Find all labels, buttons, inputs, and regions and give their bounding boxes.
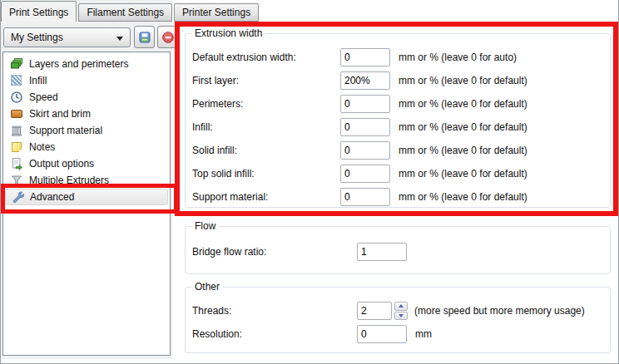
field-label: First layer:: [192, 75, 340, 86]
sidebar-item-label: Output options: [29, 158, 94, 170]
row-bridge-flow-ratio: Bridge flow ratio:: [186, 240, 610, 263]
main-panel: Extrusion width Default extrusion width:…: [172, 0, 619, 359]
floppy-disk-icon: [138, 31, 151, 44]
arrow-up-icon: [399, 304, 404, 307]
tab-print-settings[interactable]: Print Settings: [1, 1, 77, 22]
settings-category-list: Layers and perimeters Infill Speed Skirt…: [2, 52, 171, 356]
sidebar-item-label: Advanced: [30, 191, 74, 203]
layers-icon: [10, 57, 23, 71]
default-extrusion-width-input[interactable]: [340, 48, 390, 66]
field-hint: mm or % (leave 0 for default): [399, 121, 527, 133]
group-flow: Flow Bridge flow ratio:: [185, 226, 611, 274]
preset-selected-value: My Settings: [11, 32, 63, 43]
sidebar-item-output-options[interactable]: Output options: [5, 155, 168, 172]
field-label: Top solid infill:: [192, 168, 340, 180]
sidebar-item-infill[interactable]: Infill: [5, 72, 168, 89]
field-label: Support material:: [192, 191, 340, 203]
field-label: Resolution:: [192, 328, 357, 340]
chevron-down-icon: [116, 37, 123, 41]
sidebar-item-notes[interactable]: Notes: [5, 139, 168, 155]
funnel-icon: [10, 174, 23, 187]
row-default-extrusion-width: Default extrusion width: mm or % (leave …: [186, 46, 610, 69]
group-title: Extrusion width: [191, 27, 265, 39]
resolution-input[interactable]: [357, 325, 407, 343]
field-hint: mm or % (leave 0 for default): [399, 75, 527, 86]
infill-input[interactable]: [340, 118, 390, 136]
clock-icon: [10, 91, 23, 104]
page-arrow-icon: [10, 157, 23, 170]
save-preset-button[interactable]: [134, 26, 155, 48]
sidebar-item-label: Support material: [29, 125, 102, 136]
sidebar-item-label: Notes: [29, 141, 55, 153]
threads-spinner: [394, 302, 408, 320]
sidebar-item-speed[interactable]: Speed: [5, 89, 168, 106]
support-material-width-input[interactable]: [340, 188, 390, 206]
window-bottom-edge: [1, 360, 618, 363]
sidebar-item-label: Layers and perimeters: [29, 58, 128, 70]
bridge-flow-ratio-input[interactable]: [357, 243, 407, 261]
sticky-note-icon: [10, 140, 23, 154]
sidebar-item-multiple-extruders[interactable]: Multiple Extruders: [5, 172, 168, 189]
row-resolution: Resolution: mm: [186, 322, 610, 346]
field-label: Default extrusion width:: [192, 52, 340, 63]
field-hint: (more speed but more memory usage): [414, 305, 585, 317]
threads-spinner-down-button[interactable]: [394, 312, 408, 321]
tab-filament-settings[interactable]: Filament Settings: [78, 3, 172, 22]
solid-infill-input[interactable]: [340, 141, 390, 160]
sidebar-item-label: Infill: [29, 75, 47, 86]
preset-select[interactable]: My Settings: [3, 27, 131, 47]
top-solid-infill-input[interactable]: [340, 165, 390, 183]
sidebar-item-layers-and-perimeters[interactable]: Layers and perimeters: [5, 56, 168, 72]
sidebar-item-skirt-and-brim[interactable]: Skirt and brim: [5, 106, 168, 122]
threads-input[interactable]: [357, 302, 392, 320]
group-extrusion-width: Extrusion width Default extrusion width:…: [185, 33, 611, 208]
field-hint: mm or % (leave 0 for default): [399, 168, 527, 180]
field-label: Infill:: [192, 121, 340, 133]
field-hint: mm or % (leave 0 for default): [399, 98, 527, 110]
building-icon: [10, 124, 23, 137]
sidebar-item-label: Multiple Extruders: [29, 175, 109, 186]
sidebar-item-support-material[interactable]: Support material: [5, 122, 168, 139]
first-layer-input[interactable]: [340, 71, 390, 90]
wrench-icon: [11, 190, 24, 204]
row-top-solid-infill: Top solid infill: mm or % (leave 0 for d…: [186, 162, 610, 185]
delete-preset-button[interactable]: [157, 26, 178, 48]
perimeters-input[interactable]: [340, 95, 390, 113]
row-first-layer: First layer: mm or % (leave 0 for defaul…: [186, 69, 610, 92]
box-icon: [10, 107, 23, 121]
field-label: Solid infill:: [192, 145, 340, 156]
arrow-down-icon: [399, 314, 404, 317]
field-hint: mm or % (leave 0 for auto): [399, 52, 517, 63]
group-title: Other: [191, 281, 223, 293]
row-infill: Infill: mm or % (leave 0 for default): [186, 116, 610, 139]
row-solid-infill: Solid infill: mm or % (leave 0 for defau…: [186, 139, 610, 162]
delete-minus-icon: [161, 31, 175, 44]
field-label: Perimeters:: [192, 98, 340, 110]
field-label: Bridge flow ratio:: [192, 246, 357, 258]
group-title: Flow: [191, 220, 219, 232]
tab-printer-settings[interactable]: Printer Settings: [174, 3, 259, 22]
field-hint: mm or % (leave 0 for default): [399, 191, 527, 203]
field-hint: mm or % (leave 0 for default): [399, 145, 527, 156]
settings-tab-bar: Print Settings Filament Settings Printer…: [1, 0, 260, 22]
row-perimeters: Perimeters: mm or % (leave 0 for default…: [186, 92, 610, 116]
row-support-material: Support material: mm or % (leave 0 for d…: [186, 185, 610, 209]
sidebar-item-label: Speed: [29, 91, 58, 103]
field-label: Threads:: [192, 305, 357, 317]
row-threads: Threads: (more speed but more memory usa…: [186, 299, 610, 322]
field-hint: mm: [415, 328, 432, 340]
group-other: Other Threads: (more speed but more memo…: [185, 287, 611, 353]
sidebar-item-label: Skirt and brim: [29, 108, 91, 120]
threads-spinner-up-button[interactable]: [394, 302, 408, 311]
sidebar-item-advanced[interactable]: Advanced: [5, 189, 168, 205]
infill-hatch-icon: [10, 74, 23, 87]
